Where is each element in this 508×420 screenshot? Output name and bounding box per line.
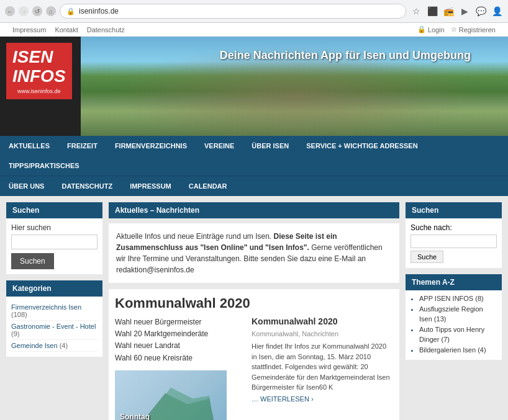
search-widget-right-body: Suche nach: Suche bbox=[406, 218, 502, 268]
bullet-item: Wahl neuer Bürgermeister bbox=[115, 316, 245, 328]
forward-button[interactable]: → bbox=[19, 6, 29, 16]
nav-service[interactable]: SERVICE + WICHTIGE ADRESSEN bbox=[297, 136, 426, 156]
search-button-left[interactable]: Suchen bbox=[11, 253, 54, 269]
themen-item[interactable]: Auto Tipps von Henry Dinger (7) bbox=[419, 325, 497, 344]
bullet-item: Wahl 60 neue Kreisräte bbox=[115, 352, 245, 364]
impressum-link[interactable]: Impressum bbox=[12, 26, 46, 34]
nav-vereine[interactable]: VEREINE bbox=[196, 136, 243, 156]
extension-icon3[interactable]: ▶ bbox=[458, 5, 471, 17]
browser-icons: ☆ ⬛ 📻 ▶ 💬 👤 bbox=[410, 5, 503, 17]
kontakt-link[interactable]: Kontakt bbox=[55, 26, 78, 34]
categories-widget: Kategorien Firmenverzeichnis Isen (108) … bbox=[6, 280, 102, 357]
categories-body: Firmenverzeichnis Isen (108) Gastronomie… bbox=[6, 297, 102, 357]
datenschutz-link[interactable]: Datenschutz bbox=[87, 26, 125, 34]
article-card: Kommunalwahl 2020 Wahl neuer Bürgermeist… bbox=[109, 289, 399, 420]
search-widget-left: Suchen Hier suchen Suchen bbox=[6, 202, 102, 274]
nav-firmenverzeichnis[interactable]: FIRMENVERZEICHNIS bbox=[106, 136, 196, 156]
nav-calendar[interactable]: CALENDAR bbox=[180, 176, 236, 196]
category-item[interactable]: Firmenverzeichnis Isen (108) bbox=[11, 302, 98, 321]
nav-ueber-isen[interactable]: ÜBER ISEN bbox=[243, 136, 297, 156]
browser-toolbar: ← → ↺ ⌂ 🔒 iseninfos.de ☆ ⬛ 📻 ▶ 💬 👤 bbox=[0, 0, 508, 22]
article-subtitle[interactable]: Kommunalwahl 2020 bbox=[252, 316, 393, 326]
back-button[interactable]: ← bbox=[5, 6, 15, 16]
user-icon[interactable]: 👤 bbox=[491, 5, 503, 17]
article-title[interactable]: Kommunalwahl 2020 bbox=[115, 295, 393, 311]
article-image: ISEN Sonntag März 2020 14. OKTOBER 2019 … bbox=[115, 370, 227, 420]
suche-input[interactable] bbox=[410, 235, 497, 248]
url-display: iseninfos.de bbox=[79, 7, 399, 16]
bookmark-icon[interactable]: ☆ bbox=[410, 5, 422, 17]
bullet-item: Wahl neuer Landrat bbox=[115, 340, 245, 352]
site-header: ISEN INFOS www.iseninfos.de Deine Nachri… bbox=[0, 37, 508, 136]
category-item[interactable]: Gemeinde Isen (4) bbox=[11, 340, 98, 352]
logo-text: ISEN INFOS bbox=[12, 48, 66, 86]
themen-list: APP ISEN INFOS (8) Ausflugsziele Region … bbox=[410, 294, 497, 355]
search-widget-title: Suchen bbox=[6, 202, 102, 218]
article-body: Hier findet Ihr Infos zur Kommunalwahl 2… bbox=[252, 341, 393, 393]
reload-button[interactable]: ↺ bbox=[32, 6, 42, 16]
content-header: Aktuelles – Nachrichten bbox=[109, 202, 399, 218]
address-bar[interactable]: 🔒 iseninfos.de bbox=[60, 4, 406, 19]
secondary-nav: ÜBER UNS DATENSCHUTZ IMPRESSUM CALENDAR bbox=[0, 176, 508, 196]
suche-button[interactable]: Suche bbox=[410, 251, 443, 263]
logo-url: www.iseninfos.de bbox=[12, 88, 66, 94]
article-bullets: Wahl neuer Bürgermeister Wahl 20 Marktge… bbox=[115, 316, 245, 364]
search-widget-right: Suchen Suche nach: Suche bbox=[406, 202, 502, 268]
themen-item[interactable]: APP ISEN INFOS (8) bbox=[419, 294, 497, 303]
themen-widget: Themen A-Z APP ISEN INFOS (8) Ausflugszi… bbox=[406, 274, 502, 360]
top-bar-links: Impressum Kontakt Datenschutz bbox=[12, 26, 125, 34]
search-label-left: Hier suchen bbox=[11, 223, 98, 232]
nav-datenschutz[interactable]: DATENSCHUTZ bbox=[53, 176, 121, 196]
themen-item[interactable]: Bildergalerien Isen (4) bbox=[419, 346, 497, 355]
nav-aktuelles[interactable]: AKTUELLES bbox=[0, 136, 58, 156]
sidebar-right: Suchen Suche nach: Suche Themen A-Z APP … bbox=[406, 202, 502, 420]
themen-item[interactable]: Ausflugsziele Region Isen (13) bbox=[419, 305, 497, 324]
category-item[interactable]: Gastronomie - Event - Hotel (9) bbox=[11, 321, 98, 340]
header-tagline: Deine Nachrichten App für Isen und Umgeb… bbox=[220, 49, 471, 62]
nav-freizeit[interactable]: FREIZEIT bbox=[58, 136, 106, 156]
themen-title: Themen A-Z bbox=[406, 274, 502, 290]
register-link[interactable]: ☆ Registrieren bbox=[451, 25, 496, 34]
nav-impressum[interactable]: IMPRESSUM bbox=[121, 176, 180, 196]
article-layout: Wahl neuer Bürgermeister Wahl 20 Marktge… bbox=[115, 316, 393, 420]
main-container: Suchen Hier suchen Suchen Kategorien Fir… bbox=[0, 196, 508, 420]
top-bar-auth: 🔒 Login ☆ Registrieren bbox=[417, 25, 496, 34]
primary-nav: AKTUELLES FREIZEIT FIRMENVERZEICHNIS VER… bbox=[0, 136, 508, 176]
extension-icon4[interactable]: 💬 bbox=[474, 5, 487, 17]
search-input-left[interactable] bbox=[11, 235, 98, 249]
article-tags: Kommunalwahl, Nachrichten bbox=[252, 330, 393, 337]
image-placeholder: ISEN Sonntag März 2020 14. OKTOBER 2019 … bbox=[115, 370, 227, 420]
intro-text: Aktuelle Infos und neue Einträge rund um… bbox=[116, 231, 392, 275]
nav-ueber-uns[interactable]: ÜBER UNS bbox=[0, 176, 53, 196]
image-overlay-text: Sonntag März 2020 bbox=[120, 413, 161, 420]
bullet-item: Wahl 20 Marktgemeinderäte bbox=[115, 328, 245, 340]
nav-tipps[interactable]: TIPPS/PRAKTISCHES bbox=[0, 156, 88, 176]
categories-title: Kategorien bbox=[6, 280, 102, 297]
top-bar: Impressum Kontakt Datenschutz 🔒 Login ☆ … bbox=[0, 23, 508, 37]
themen-body: APP ISEN INFOS (8) Ausflugsziele Region … bbox=[406, 290, 502, 360]
suche-label: Suche nach: bbox=[410, 223, 497, 232]
main-content: Aktuelles – Nachrichten Aktuelle Infos u… bbox=[109, 202, 399, 420]
article-left: Wahl neuer Bürgermeister Wahl 20 Marktge… bbox=[115, 316, 245, 420]
extension-icon2[interactable]: 📻 bbox=[442, 5, 455, 17]
extension-icon1[interactable]: ⬛ bbox=[426, 5, 438, 17]
home-button[interactable]: ⌂ bbox=[46, 6, 56, 16]
intro-body: Aktuelle Infos und neue Einträge rund um… bbox=[109, 223, 399, 283]
search-widget-body: Hier suchen Suchen bbox=[6, 218, 102, 274]
browser-chrome: ← → ↺ ⌂ 🔒 iseninfos.de ☆ ⬛ 📻 ▶ 💬 👤 bbox=[0, 0, 508, 23]
sidebar-left: Suchen Hier suchen Suchen Kategorien Fir… bbox=[6, 202, 102, 420]
read-more-link[interactable]: … WEITERLESEN › bbox=[252, 395, 314, 403]
article-text: Kommunalwahl 2020 Kommunalwahl, Nachrich… bbox=[252, 316, 393, 420]
login-link[interactable]: 🔒 Login bbox=[417, 25, 445, 34]
site-logo[interactable]: ISEN INFOS www.iseninfos.de bbox=[6, 43, 72, 99]
search-widget-right-title: Suchen bbox=[406, 202, 502, 218]
